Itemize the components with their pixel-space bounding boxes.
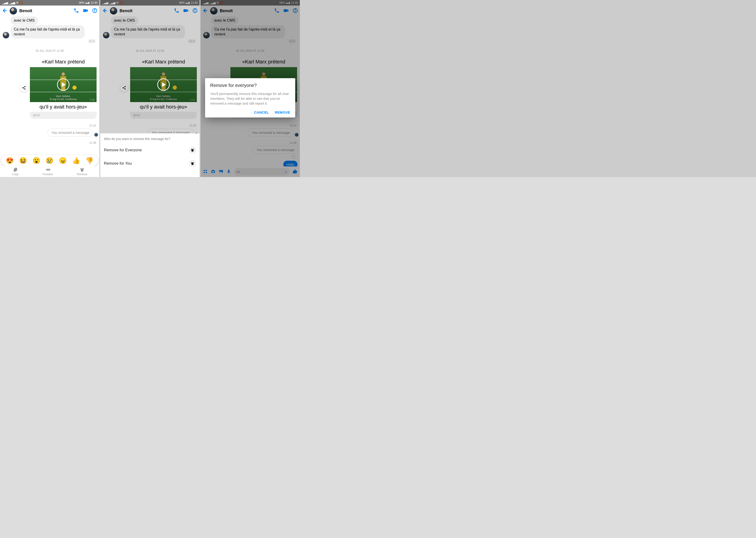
confirm-remove-button[interactable]: REMOVE bbox=[275, 110, 290, 114]
forward-action[interactable]: Forward bbox=[43, 167, 53, 176]
seen-avatar bbox=[94, 133, 98, 136]
screen-1: ▁▃▅ ▁▃▅ ✲ 🔕 96% ▬▮ 11:40 Benoit avec le … bbox=[0, 0, 99, 177]
play-icon[interactable] bbox=[157, 79, 170, 91]
chat-header: Benoit bbox=[0, 6, 99, 16]
svg-rect-10 bbox=[14, 169, 16, 172]
svg-rect-0 bbox=[83, 9, 86, 12]
emoji-haha[interactable]: 😆 bbox=[19, 157, 27, 164]
voice-call-button[interactable] bbox=[74, 8, 79, 14]
removed-message-placeholder[interactable]: You removed a message bbox=[47, 129, 93, 136]
card-headline-2: qu'il y avait hors-jeu» bbox=[30, 102, 96, 112]
shared-video-card[interactable]: «Karl Marx prétend Voici l'arbitre,K'ung… bbox=[30, 57, 96, 119]
status-bar: ▁▃▅ ▁▃▅ ✲ 🔕 96% ▬▮ 11:40 bbox=[0, 0, 99, 6]
cancel-button[interactable]: CANCEL bbox=[254, 110, 269, 114]
sender-avatar[interactable] bbox=[3, 32, 9, 38]
dialog-title: Remove for everyone? bbox=[210, 83, 290, 88]
reaction-picker: 😍 😆 😮 😢 😠 👍 👎 bbox=[1, 155, 98, 166]
contact-avatar[interactable] bbox=[10, 7, 17, 15]
svg-point-4 bbox=[25, 86, 26, 87]
remove-for-everyone-option[interactable]: Remove for Everyone bbox=[100, 143, 199, 157]
emoji-love[interactable]: 😍 bbox=[6, 157, 14, 164]
emoji-angry[interactable]: 😠 bbox=[59, 157, 67, 164]
video-thumbnail[interactable]: Voici l'arbitre,K'ung Fu-tzū, Confucius … bbox=[30, 67, 96, 102]
svg-line-7 bbox=[23, 87, 25, 87]
svg-point-5 bbox=[22, 87, 24, 88]
emoji-wow[interactable]: 😮 bbox=[32, 157, 40, 164]
remove-for-you-option[interactable]: Remove for You bbox=[100, 157, 199, 170]
chat-body: avec le CMS Ca me l'a pas fait de l'aprè… bbox=[0, 16, 99, 177]
add-reaction-button[interactable]: ☺ + bbox=[87, 39, 96, 43]
timestamp: 11:38 bbox=[0, 137, 99, 145]
svg-point-3 bbox=[94, 9, 95, 10]
info-button[interactable] bbox=[92, 8, 97, 14]
back-button[interactable] bbox=[2, 8, 7, 14]
confirm-dialog: Remove for everyone? You'll permanently … bbox=[205, 78, 295, 118]
message-action-bar: Copy Forward Remove bbox=[0, 166, 99, 177]
incoming-message[interactable]: avec le CMS bbox=[11, 16, 38, 25]
date-separator: 18 JUL 2018 AT 11:00 bbox=[0, 45, 99, 56]
trash-icon bbox=[189, 147, 196, 154]
share-button[interactable] bbox=[20, 84, 28, 92]
trash-icon bbox=[189, 160, 196, 167]
incoming-message[interactable]: Ca me l'a pas fait de l'après-midi et là… bbox=[11, 25, 84, 39]
dialog-body: You'll permanently remove this message f… bbox=[210, 91, 290, 106]
timestamp: 11:22 bbox=[0, 120, 99, 128]
remove-bottom-sheet: Who do you want to remove this message f… bbox=[100, 134, 199, 177]
video-call-button[interactable] bbox=[83, 8, 88, 14]
remove-action[interactable]: Remove bbox=[77, 167, 87, 176]
battery-icon: ▬▮ bbox=[85, 1, 90, 4]
emoji-sad[interactable]: 😢 bbox=[45, 157, 54, 164]
screen-2: ▁▃▅▁▃▅✲🔕 96%▬▮11:40 Benoit avec le CMS C… bbox=[100, 0, 199, 177]
video-duration: 3:16 bbox=[90, 98, 95, 101]
bluetooth-icon: ✲ bbox=[16, 1, 19, 4]
play-icon[interactable] bbox=[57, 79, 70, 91]
clock: 11:40 bbox=[90, 1, 97, 4]
emoji-thumbs-down[interactable]: 👎 bbox=[85, 157, 93, 164]
card-source: BHŪ bbox=[30, 112, 96, 119]
signal-icon: ▁▃▅ bbox=[2, 1, 8, 4]
card-headline-1: «Karl Marx prétend bbox=[30, 57, 96, 67]
copy-action[interactable]: Copy bbox=[12, 167, 19, 176]
battery-pct: 96% bbox=[79, 1, 84, 4]
svg-line-8 bbox=[23, 88, 25, 89]
wifi-icon: ▁▃▅ bbox=[9, 1, 15, 4]
screen-3: ▁▃▅▁▃▅✲🔕 96%▬▮11:40 Benoit avec le CMS C… bbox=[200, 0, 300, 177]
sheet-prompt: Who do you want to remove this message f… bbox=[100, 134, 199, 143]
dnd-icon: 🔕 bbox=[19, 1, 23, 4]
svg-point-6 bbox=[25, 88, 26, 90]
contact-name[interactable]: Benoit bbox=[19, 9, 71, 13]
emoji-thumbs-up[interactable]: 👍 bbox=[72, 157, 80, 164]
